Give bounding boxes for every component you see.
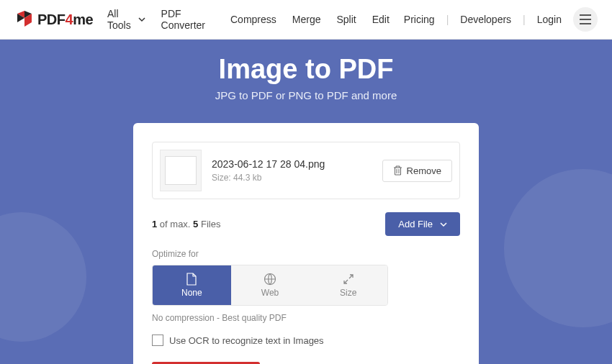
globe-icon	[264, 273, 276, 286]
nav-pricing[interactable]: Pricing	[404, 14, 435, 25]
optimize-size-label: Size	[340, 288, 356, 298]
optimize-group: None Web Size	[152, 265, 388, 306]
add-file-label: Add File	[398, 219, 433, 229]
file-row: 2023-06-12 17 28 04.png Size: 44.3 kb Re…	[152, 142, 460, 199]
page-subtitle: JPG to PDF or PNG to PDF and more	[0, 89, 612, 101]
nav-edit[interactable]: Edit	[372, 14, 390, 25]
optimize-size[interactable]: Size	[309, 265, 387, 305]
ocr-checkbox[interactable]	[152, 335, 163, 346]
trash-icon	[393, 165, 402, 176]
logo[interactable]: PDF4me	[14, 9, 93, 29]
chevron-down-icon	[138, 14, 145, 25]
nav-all-tools-label: All Tools	[107, 8, 135, 31]
header: PDF4me All Tools PDF Converter Compress …	[0, 0, 612, 40]
hamburger-icon	[580, 14, 591, 24]
logo-icon	[14, 9, 35, 29]
remove-label: Remove	[407, 165, 441, 176]
ocr-label: Use OCR to recognize text in Images	[169, 335, 324, 346]
file-info: 2023-06-12 17 28 04.png Size: 44.3 kb	[212, 158, 372, 183]
nav-login[interactable]: Login	[537, 14, 562, 25]
file-size: Size: 44.3 kb	[212, 173, 372, 183]
nav-compress[interactable]: Compress	[230, 14, 276, 25]
optimize-web[interactable]: Web	[231, 265, 310, 305]
compress-icon	[342, 273, 355, 286]
chevron-down-icon	[440, 221, 447, 228]
file-count-suffix: Files	[198, 219, 220, 229]
hero: Image to PDF JPG to PDF or PNG to PDF an…	[0, 40, 612, 364]
menu-button[interactable]	[573, 7, 598, 32]
upload-card: 2023-06-12 17 28 04.png Size: 44.3 kb Re…	[133, 123, 479, 364]
nav-left: All Tools PDF Converter Compress Merge S…	[107, 8, 390, 31]
nav-developers[interactable]: Developers	[460, 14, 511, 25]
remove-button[interactable]: Remove	[382, 160, 452, 182]
optimize-hint: No compression - Best quality PDF	[152, 313, 460, 323]
add-file-button[interactable]: Add File	[385, 212, 460, 236]
document-icon	[186, 273, 197, 286]
page-title: Image to PDF	[0, 54, 612, 85]
nav-right: Pricing | Developers | Login	[404, 7, 598, 32]
nav-all-tools[interactable]: All Tools	[107, 8, 145, 31]
file-count: 1 of max. 5 Files	[152, 219, 220, 229]
file-count-mid: of max.	[157, 219, 193, 229]
nav-merge[interactable]: Merge	[292, 14, 321, 25]
separator: |	[523, 14, 526, 25]
optimize-none-label: None	[181, 288, 202, 298]
ocr-row: Use OCR to recognize text in Images	[152, 335, 460, 346]
nav-split[interactable]: Split	[336, 14, 356, 25]
file-count-row: 1 of max. 5 Files Add File	[152, 212, 460, 236]
optimize-web-label: Web	[261, 288, 279, 298]
logo-text: PDF4me	[37, 12, 93, 28]
file-name: 2023-06-12 17 28 04.png	[212, 158, 372, 170]
file-thumbnail	[160, 150, 202, 191]
separator: |	[446, 14, 449, 25]
optimize-label: Optimize for	[152, 249, 460, 259]
nav-pdf-converter[interactable]: PDF Converter	[161, 8, 215, 31]
optimize-none[interactable]: None	[153, 265, 231, 305]
